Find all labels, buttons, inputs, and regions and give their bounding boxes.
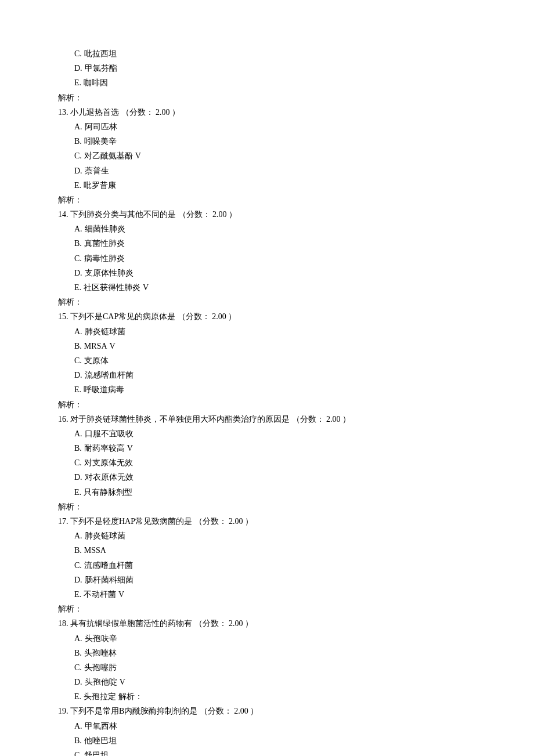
question-option: A.肺炎链球菌 xyxy=(58,324,476,339)
option-label: B. xyxy=(74,649,82,657)
correct-mark: V xyxy=(120,678,125,686)
option-label: C. xyxy=(74,458,82,467)
question-option: E.吡罗昔康 xyxy=(58,178,476,193)
question-score: （分数： 2.00 ） xyxy=(178,210,237,219)
option-text: 耐药率较高 xyxy=(84,444,125,453)
option-text: 肺炎链球菌 xyxy=(85,531,125,540)
question-stem: 17. 下列不是轻度HAP常见致病菌的是 （分数： 2.00 ） xyxy=(58,514,476,529)
question-option: C.病毒性肺炎 xyxy=(58,251,476,266)
option-label: E. xyxy=(74,283,81,292)
option-text: 病毒性肺炎 xyxy=(84,254,125,263)
option-text: 对乙酰氨基酚 xyxy=(84,151,133,160)
question-score: （分数： 2.00 ） xyxy=(194,619,254,628)
analysis-label: 解析： xyxy=(58,500,476,514)
option-label: E. xyxy=(74,181,81,190)
option-label: D. xyxy=(74,167,82,175)
document-body: C.吡拉西坦D.甲氯芬酯E.咖啡因解析：13. 小儿退热首选 （分数： 2.00… xyxy=(58,46,476,756)
correct-mark: V xyxy=(118,590,124,599)
question-stem: 14. 下列肺炎分类与其他不同的是 （分数： 2.00 ） xyxy=(58,207,476,222)
option-text: MSSA xyxy=(84,546,106,555)
correct-mark: V xyxy=(110,342,116,350)
option-label: A. xyxy=(74,722,82,730)
analysis-label: 解析： xyxy=(118,692,143,701)
option-text: 舒巴坦 xyxy=(84,751,109,756)
question-text: 对于肺炎链球菌性肺炎，不单独使用大环内酯类治疗的原因是 xyxy=(70,415,292,424)
question-stem: 16. 对于肺炎链球菌性肺炎，不单独使用大环内酯类治疗的原因是 （分数： 2.0… xyxy=(58,412,476,426)
option-label: C. xyxy=(74,663,82,672)
option-label: A. xyxy=(74,122,82,131)
option-label: D. xyxy=(74,678,82,686)
question-option: B.吲哚美辛 xyxy=(58,134,476,149)
question-option: E.社区获得性肺炎V xyxy=(58,280,476,295)
option-text: 他唑巴坦 xyxy=(84,736,117,745)
option-label: E. xyxy=(74,590,81,599)
option-label: C. xyxy=(74,49,82,58)
question-number: 17. xyxy=(58,517,70,526)
option-label: C. xyxy=(74,356,82,365)
question-option: C.对乙酰氨基酚V xyxy=(58,149,476,163)
analysis-label: 解析： xyxy=(58,91,476,105)
option-text: 萘普生 xyxy=(85,167,109,175)
option-text: 甲氯芬酯 xyxy=(85,64,117,73)
question-text: 下列不是常用B内酰胺酶抑制剂的是 xyxy=(70,707,200,715)
option-label: A. xyxy=(74,327,82,336)
option-text: 阿司匹林 xyxy=(85,122,117,131)
option-text: 头孢他啶 xyxy=(85,678,117,686)
question-stem: 19. 下列不是常用B内酰胺酶抑制剂的是 （分数： 2.00 ） xyxy=(58,704,476,718)
option-label: B. xyxy=(74,546,82,555)
question-option: D.支原体性肺炎 xyxy=(58,266,476,280)
correct-mark: V xyxy=(127,444,133,453)
option-label: C. xyxy=(74,751,82,756)
question-option: A.口服不宜吸收 xyxy=(58,426,476,441)
question-option: A.头孢呋辛 xyxy=(58,631,476,646)
question-option: D.肠杆菌科细菌 xyxy=(58,573,476,587)
analysis-label: 解析： xyxy=(58,193,476,207)
question-option: A.肺炎链球菌 xyxy=(58,529,476,543)
option-text: 对支原体无效 xyxy=(84,458,133,467)
option-text: 呼吸道病毒 xyxy=(84,385,124,394)
question-number: 15. xyxy=(58,312,70,321)
question-option: B.真菌性肺炎 xyxy=(58,236,476,251)
question-option: C.吡拉西坦 xyxy=(58,46,476,61)
question-option: C.对支原体无效 xyxy=(58,455,476,470)
question-number: 14. xyxy=(58,210,70,219)
question-stem: 15. 下列不是CAP常见的病原体是 （分数： 2.00 ） xyxy=(58,309,476,324)
option-label: E. xyxy=(74,78,81,87)
option-label: D. xyxy=(74,473,82,482)
question-option: A.阿司匹林 xyxy=(58,120,476,134)
question-number: 18. xyxy=(58,619,70,628)
option-label: A. xyxy=(74,634,82,643)
option-label: C. xyxy=(74,151,82,160)
option-text: 真菌性肺炎 xyxy=(84,239,125,248)
option-text: 细菌性肺炎 xyxy=(85,225,125,233)
option-text: 不动杆菌 xyxy=(84,590,116,599)
option-text: 咖啡因 xyxy=(84,78,108,87)
question-option: D.对衣原体无效 xyxy=(58,470,476,484)
question-stem: 13. 小儿退热首选 （分数： 2.00 ） xyxy=(58,105,476,120)
question-score: （分数： 2.00 ） xyxy=(292,415,351,424)
option-text: 流感嗜血杆菌 xyxy=(84,561,133,570)
question-stem: 18. 具有抗铜绿假单胞菌活性的药物有 （分数： 2.00 ） xyxy=(58,616,476,631)
question-text: 下列不是CAP常见的病原体是 xyxy=(70,312,178,321)
question-number: 13. xyxy=(58,108,70,117)
analysis-label: 解析： xyxy=(58,295,476,309)
option-label: A. xyxy=(74,531,82,540)
option-text: 头孢噻肟 xyxy=(84,663,117,672)
option-label: B. xyxy=(74,342,82,350)
option-text: 只有静脉剂型 xyxy=(84,488,132,497)
option-text: 支原体性肺炎 xyxy=(85,269,134,277)
question-score: （分数： 2.00 ） xyxy=(200,707,259,715)
option-label: A. xyxy=(74,429,82,438)
option-label: C. xyxy=(74,561,82,570)
option-label: B. xyxy=(74,736,82,745)
question-option: A.细菌性肺炎 xyxy=(58,222,476,236)
option-text: 甲氧西林 xyxy=(85,722,117,730)
option-label: A. xyxy=(74,225,82,233)
option-text: 流感嗜血杆菌 xyxy=(85,371,134,379)
question-text: 具有抗铜绿假单胞菌活性的药物有 xyxy=(70,619,194,628)
question-number: 16. xyxy=(58,415,70,424)
question-option: E.只有静脉剂型 xyxy=(58,485,476,500)
question-option: B.MSSA xyxy=(58,543,476,558)
option-text: 对衣原体无效 xyxy=(85,473,134,482)
question-text: 小儿退热首选 xyxy=(70,108,121,117)
